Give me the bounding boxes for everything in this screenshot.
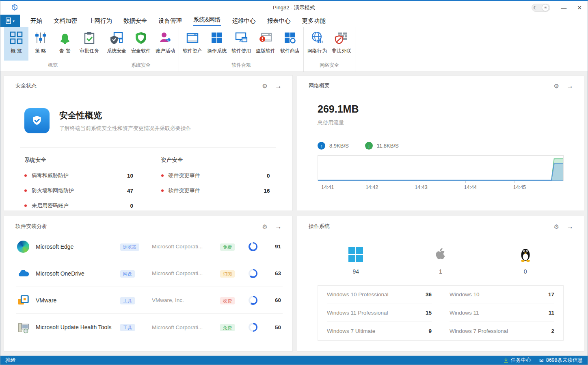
policy-sliders-icon (34, 31, 48, 45)
software-usage-icon (234, 31, 248, 45)
ribbon-button-software-store[interactable]: 软件商店 (278, 27, 302, 61)
download-arrow-icon: ↓ (365, 142, 373, 150)
close-button[interactable]: ✕ (577, 1, 582, 15)
ribbon-button-software-assets[interactable]: 软件资产 (180, 27, 205, 61)
tab-doc-encryption[interactable]: 文档加密 (48, 15, 83, 27)
minimize-button[interactable]: — (561, 1, 566, 15)
security-settings-gear-icon[interactable]: ⚙ (262, 83, 268, 89)
approval-clipboard-icon (82, 31, 96, 45)
ribbon-group-overview: 概 览 策 略 告 警 审批任务 概览 (3, 27, 103, 72)
moon-icon[interactable]: ☾ (533, 6, 537, 10)
price-badge: 订阅 (220, 270, 235, 278)
red-dot-icon (161, 174, 164, 177)
table-row[interactable]: Microsoft Update Health Tools 工具 Microso… (16, 314, 283, 341)
tab-ops-center[interactable]: 运维中心 (227, 15, 262, 27)
ribbon-group-label-overview: 概览 (4, 61, 102, 72)
system-security-shield-icon (110, 31, 123, 45)
security-section-assets: 资产安全 硬件变更事件 0 软件变更事件 16 (144, 156, 281, 211)
os-platform-windows: 94 (313, 246, 398, 275)
ribbon-button-operating-system[interactable]: 操作系统 (205, 27, 229, 61)
os-detail-arrow-icon[interactable]: → (566, 223, 573, 230)
download-rate: ↓ 11.8KB/S (365, 142, 399, 150)
ribbon-button-network-behavior[interactable]: 网络行为 (305, 27, 329, 61)
table-row: Windows 11 Professional15 (327, 304, 432, 322)
apple-logo-icon (432, 246, 449, 263)
category-badge: 浏览器 (120, 243, 139, 251)
table-row[interactable]: Microsoft Edge 浏览器 Microsoft Corporati..… (16, 233, 283, 260)
x-tick-label: 14:43 (415, 185, 427, 190)
tab-report-center[interactable]: 报表中心 (262, 15, 296, 27)
tab-home[interactable]: 开始 (25, 15, 48, 27)
linux-tux-icon (517, 246, 534, 263)
os-platform-linux: 0 (483, 246, 568, 275)
install-rate-ring (249, 242, 257, 251)
theme-toggle[interactable]: ☾ ☀ (532, 4, 550, 12)
red-dot-icon (24, 204, 27, 207)
ribbon-button-security-software[interactable]: 安全软件 (129, 27, 153, 61)
security-overview-title: 安全性概览 (59, 110, 191, 121)
tab-data-security[interactable]: 数据安全 (118, 15, 153, 27)
network-behavior-globe-icon (310, 31, 324, 45)
ribbon-button-illegal-connection[interactable]: 非法外联 (329, 27, 354, 61)
ribbon-button-overview[interactable]: 概 览 (4, 27, 28, 61)
panel-title-os: 操作系统 (309, 223, 330, 230)
app-menu-icon (6, 17, 12, 24)
panel-network-summary: 网络概要 ⚙ → 269.1MB 总使用流量 ↑ 8.9KB/S (297, 75, 584, 211)
panel-operating-system: 操作系统 ⚙ → 94 1 (297, 216, 584, 352)
security-detail-arrow-icon[interactable]: → (275, 83, 282, 89)
ribbon-button-policy[interactable]: 策 略 (28, 27, 53, 61)
ribbon-button-system-security[interactable]: 系统安全 (104, 27, 129, 61)
network-detail-arrow-icon[interactable]: → (566, 83, 573, 89)
os-version-table: Windows 10 Professional36 Windows 1017 W… (318, 285, 564, 341)
tab-more-features[interactable]: 更多功能 (296, 15, 331, 27)
ribbon-group-label-software-compliance: 软件合规 (180, 61, 302, 72)
app-menu-button[interactable]: ▾ (0, 15, 20, 27)
mail-icon: ✉ (539, 357, 544, 363)
table-row: Windows 10 Professional36 (327, 286, 432, 304)
panel-title-security: 安全状态 (15, 82, 37, 89)
main-content: 安全状态 ⚙ → 安全性概览 了解终端当前系统安全性和资产变更情况并采取必要操作 (0, 72, 588, 356)
table-row[interactable]: VMware 工具 VMware, Inc. 收费 60 (16, 287, 283, 314)
software-assets-window-icon (186, 31, 199, 45)
tab-device-management[interactable]: 设备管理 (153, 15, 188, 27)
tab-web-behavior[interactable]: 上网行为 (83, 15, 118, 27)
menu-tab-row: ▾ 开始 文档加密 上网行为 数据安全 设备管理 系统&网络 运维中心 报表中心… (0, 15, 588, 27)
price-badge: 免费 (220, 243, 235, 251)
security-overview-hero: 安全性概览 了解终端当前系统安全性和资产变更情况并采取必要操作 (4, 92, 292, 147)
red-dot-icon (24, 189, 27, 192)
title-bar: Ping32 - 演示模式 ☾ ☀ — ✕ (0, 1, 588, 15)
tab-system-network[interactable]: 系统&网络 (188, 15, 227, 27)
unread-messages-button[interactable]: ✉ 8698条未读信息 (539, 357, 583, 364)
install-rate-ring (249, 323, 257, 332)
x-tick-label: 14:42 (365, 185, 378, 190)
status-ready: 就绪 (5, 357, 15, 364)
upload-rate: ↑ 8.9KB/S (318, 142, 349, 150)
ribbon-button-software-usage[interactable]: 软件使用 (229, 27, 253, 61)
window-title: Ping32 - 演示模式 (0, 4, 588, 11)
software-settings-gear-icon[interactable]: ⚙ (262, 224, 268, 230)
network-chart-xaxis: 14:41 14:42 14:43 14:44 14:45 (318, 181, 564, 193)
task-center-button[interactable]: 任务中心 (504, 357, 531, 364)
software-detail-arrow-icon[interactable]: → (275, 223, 282, 230)
ribbon-group-system-security: 系统安全 安全软件 账户活动 系统安全 (103, 27, 179, 72)
install-rate-ring (249, 296, 257, 305)
ribbon-group-network-security: 网络行为 非法外联 网络安全 (304, 27, 355, 72)
list-item: 防火墙和网络防护 47 (24, 187, 133, 194)
ribbon-group-label-system-security: 系统安全 (104, 61, 177, 72)
os-settings-gear-icon[interactable]: ⚙ (554, 224, 559, 230)
windows-logo-icon (210, 31, 224, 45)
network-settings-gear-icon[interactable]: ⚙ (554, 83, 559, 89)
ribbon-button-approval-tasks[interactable]: 审批任务 (77, 27, 102, 61)
table-row[interactable]: Microsoft OneDrive 网盘 Microsoft Corporat… (16, 260, 283, 287)
ribbon: 概 览 策 略 告 警 审批任务 概览 (0, 27, 588, 72)
menu-tabs: 开始 文档加密 上网行为 数据安全 设备管理 系统&网络 运维中心 报表中心 更… (25, 15, 331, 27)
ribbon-button-alerts[interactable]: 告 警 (53, 27, 77, 61)
ribbon-button-pirated-software[interactable]: 盗版软件 (253, 27, 278, 61)
ribbon-button-account-activity[interactable]: 账户活动 (153, 27, 177, 61)
security-section-system: 系统安全 病毒和威胁防护 10 防火墙和网络防护 47 (24, 156, 144, 211)
x-tick-label: 14:41 (321, 185, 334, 190)
sun-icon[interactable]: ☀ (542, 4, 549, 11)
windows-logo-icon (348, 246, 364, 263)
network-total-value: 269.1MB (318, 103, 584, 115)
x-tick-label: 14:45 (513, 185, 526, 190)
